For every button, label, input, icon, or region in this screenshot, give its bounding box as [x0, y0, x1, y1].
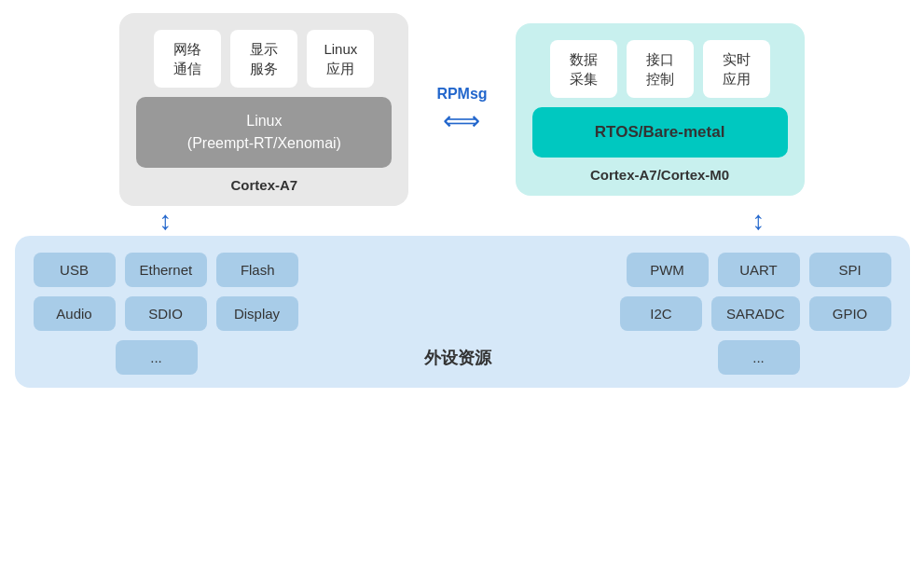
rpmsg-arrow: RPMsg ⟺	[436, 86, 487, 134]
linux-box: 网络通信 显示服务 Linux应用 Linux(Preempt-RT/Xenom…	[119, 13, 408, 206]
left-v-arrow-icon: ↕	[159, 208, 172, 234]
app-chip-display: 显示服务	[230, 30, 297, 88]
chip-flash: Flash	[216, 253, 298, 287]
right-v-arrow-icon: ↕	[752, 208, 765, 234]
chip-uart: UART	[718, 253, 800, 287]
chip-display: Display	[216, 296, 298, 331]
chip-i2c: I2C	[620, 296, 702, 331]
chip-ellipsis-left: ...	[116, 340, 198, 375]
rtos-apps-row: 数据采集 接口控制 实时应用	[550, 40, 770, 98]
connectors-row: ↕ ↕	[15, 208, 910, 234]
chip-gpio: GPIO	[809, 296, 891, 331]
chip-spi: SPI	[809, 253, 891, 287]
chip-pwm: PWM	[627, 253, 709, 287]
chip-audio: Audio	[34, 296, 116, 331]
app-chip-linux-app: Linux应用	[307, 30, 374, 88]
double-arrow-icon: ⟺	[443, 108, 480, 134]
diagram: 网络通信 显示服务 Linux应用 Linux(Preempt-RT/Xenom…	[15, 13, 910, 563]
rtos-kernel-box: RTOS/Bare-metal	[532, 107, 788, 158]
chip-sdio: SDIO	[125, 296, 207, 331]
app-chip-realtime: 实时应用	[703, 40, 770, 98]
chip-ethernet: Ethernet	[125, 253, 208, 287]
linux-apps-row: 网络通信 显示服务 Linux应用	[154, 30, 374, 88]
peripheral-label: 外设资源	[424, 349, 491, 367]
peripheral-box: USB Ethernet Flash PWM UART SPI Audio SD…	[15, 236, 910, 388]
app-chip-network: 网络通信	[154, 30, 221, 88]
chip-usb: USB	[34, 253, 116, 287]
chip-ellipsis-right: ...	[718, 340, 800, 375]
linux-kernel-box: Linux(Preempt-RT/Xenomai)	[136, 97, 392, 168]
rtos-box: 数据采集 接口控制 实时应用 RTOS/Bare-metal Cortex-A7…	[516, 23, 805, 196]
cortex-a7-label: Cortex-A7	[231, 177, 298, 193]
rpmsg-label: RPMsg	[436, 86, 487, 103]
app-chip-data: 数据采集	[550, 40, 617, 98]
top-row: 网络通信 显示服务 Linux应用 Linux(Preempt-RT/Xenom…	[15, 13, 910, 206]
chip-saradc: SARADC	[711, 296, 800, 331]
app-chip-interface: 接口控制	[627, 40, 694, 98]
cortex-a7-m0-label: Cortex-A7/Cortex-M0	[590, 167, 729, 183]
